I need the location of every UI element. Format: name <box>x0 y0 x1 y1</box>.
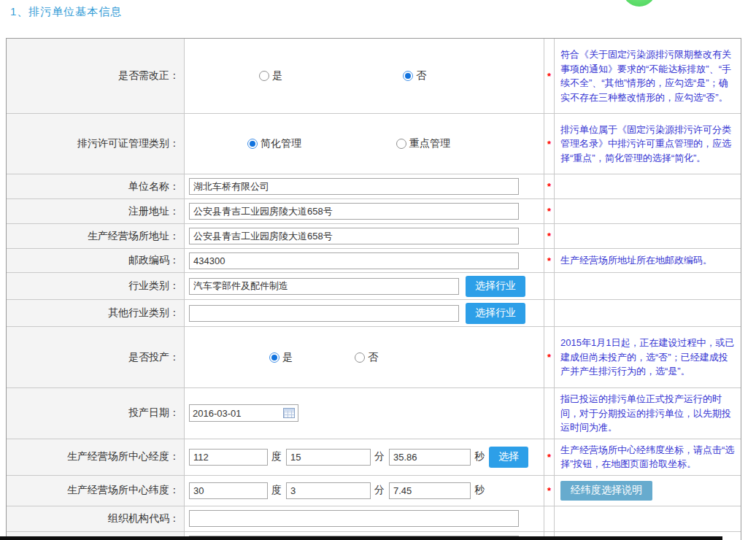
row-mgmt-category-options: 简化管理 重点管理 <box>185 114 544 174</box>
radio-icon[interactable] <box>396 139 406 149</box>
empty-note <box>555 506 741 531</box>
row-correction: 是否需改正： 是 否 * 符合《关于固定污染源排污限期整改有关事项的通知》要求的… <box>7 39 741 114</box>
longitude-second-input[interactable] <box>389 449 471 466</box>
empty-star <box>544 388 555 439</box>
degree-unit-label: 度 <box>271 450 282 463</box>
row-unit-name-label: 单位名称： <box>7 174 185 198</box>
postal-code-input[interactable] <box>189 252 519 269</box>
row-in-production: 是否投产： 是 否 * 2015年1月1日起，正在建设过程中，或已建成但尚未投产… <box>7 327 741 388</box>
required-asterisk: * <box>544 174 555 198</box>
empty-note <box>555 199 741 223</box>
minute-unit-label: 分 <box>374 450 385 463</box>
row-other-industry: 其他行业类别： 选择行业 <box>7 300 741 327</box>
production-option-yes[interactable]: 是 <box>269 351 293 364</box>
page: 1、排污单位基本信息 是否需改正： 是 否 * 符合《关于固定污染源排污限期整改… <box>0 0 756 540</box>
org-code-input[interactable] <box>189 510 519 527</box>
other-industry-input[interactable] <box>189 305 459 322</box>
page-title: 1、排污单位基本信息 <box>10 5 122 19</box>
reg-address-input[interactable] <box>189 203 519 220</box>
required-asterisk: * <box>544 199 555 223</box>
empty-note <box>555 300 741 326</box>
required-asterisk: * <box>544 39 555 113</box>
row-org-code: 组织机构代码： <box>7 506 741 532</box>
radio-label: 否 <box>416 69 426 82</box>
row-longitude: 生产经营场所中心经度： 度 分 秒 选择 * 生产经营场所中心经纬度坐标，请点击… <box>7 439 741 476</box>
mgmt-option-simplified[interactable]: 简化管理 <box>247 137 301 150</box>
production-date-input[interactable]: 2016-03-01 <box>189 404 298 422</box>
select-other-industry-button[interactable]: 选择行业 <box>466 303 525 324</box>
correction-option-no[interactable]: 否 <box>403 69 426 82</box>
required-asterisk: * <box>544 249 555 272</box>
production-date-value: 2016-03-01 <box>193 408 242 419</box>
row-mgmt-category-label: 排污许可证管理类别： <box>7 114 185 174</box>
radio-icon[interactable] <box>247 139 258 149</box>
row-postal-code-note: 生产经营场所地址所在地邮政编码。 <box>555 249 741 272</box>
row-production-date-note: 指已投运的排污单位正式投产运行的时间，对于分期投运的排污单位，以先期投运时间为准… <box>555 388 741 439</box>
empty-note <box>555 224 741 248</box>
row-biz-address-label: 生产经营场所地址： <box>7 224 185 248</box>
row-correction-note: 符合《关于固定污染源排污限期整改有关事项的通知》要求的“不能达标排放”、“手续不… <box>555 39 741 113</box>
row-org-code-label: 组织机构代码： <box>7 506 185 531</box>
row-in-production-label: 是否投产： <box>7 327 185 387</box>
unit-name-input[interactable] <box>189 178 519 195</box>
radio-icon[interactable] <box>269 352 279 363</box>
row-postal-code: 邮政编码： * 生产经营场所地址所在地邮政编码。 <box>7 249 741 273</box>
row-correction-options: 是 否 <box>185 39 544 113</box>
required-asterisk: * <box>544 327 555 387</box>
row-production-date-label: 投产日期： <box>7 388 185 439</box>
minute-unit-label: 分 <box>374 484 385 497</box>
correction-option-yes[interactable]: 是 <box>259 69 282 82</box>
row-longitude-note: 生产经营场所中心经纬度坐标，请点击“选择”按钮，在地图页面拾取坐标。 <box>555 439 741 475</box>
row-industry-label: 行业类别： <box>7 273 185 299</box>
empty-note <box>555 174 741 198</box>
required-asterisk: * <box>544 114 555 174</box>
row-mgmt-category: 排污许可证管理类别： 简化管理 重点管理 * 排污单位属于《固定污染源排污许可分… <box>7 114 741 174</box>
degree-unit-label: 度 <box>271 484 282 497</box>
biz-address-input[interactable] <box>189 228 519 244</box>
latitude-minute-input[interactable] <box>286 482 371 499</box>
radio-icon[interactable] <box>403 71 413 81</box>
longitude-degree-input[interactable] <box>189 449 268 466</box>
row-latitude-label: 生产经营场所中心纬度： <box>7 476 185 506</box>
pick-coordinates-button[interactable]: 选择 <box>489 447 528 468</box>
radio-label: 简化管理 <box>261 137 301 150</box>
row-latitude: 生产经营场所中心纬度： 度 分 秒 * 经纬度选择说明 <box>7 476 741 506</box>
floating-green-button[interactable] <box>622 0 656 7</box>
empty-star <box>544 506 555 531</box>
empty-star <box>544 273 555 299</box>
row-industry: 行业类别： 选择行业 <box>7 273 741 300</box>
row-unit-name: 单位名称： * <box>7 174 741 199</box>
radio-label: 是 <box>282 351 293 364</box>
select-industry-button[interactable]: 选择行业 <box>466 276 525 297</box>
row-in-production-note: 2015年1月1日起，正在建设过程中，或已建成但尚未投产的，选“否”；已经建成投… <box>555 327 741 387</box>
production-option-no[interactable]: 否 <box>355 351 378 364</box>
row-postal-code-label: 邮政编码： <box>7 249 185 272</box>
radio-icon[interactable] <box>259 71 269 81</box>
row-production-date: 投产日期： 2016-03-01 指已投运的排污单位正式投产运行的时间，对于分期… <box>7 388 741 439</box>
radio-label: 否 <box>368 351 378 364</box>
longitude-minute-input[interactable] <box>286 449 371 466</box>
second-unit-label: 秒 <box>474 484 485 497</box>
mgmt-option-key[interactable]: 重点管理 <box>396 137 450 150</box>
row-reg-address-label: 注册地址： <box>7 199 185 223</box>
radio-icon[interactable] <box>355 352 365 363</box>
industry-input[interactable] <box>189 278 459 295</box>
radio-label: 是 <box>272 69 282 82</box>
latitude-degree-input[interactable] <box>189 482 268 499</box>
required-asterisk: * <box>544 439 555 475</box>
second-unit-label: 秒 <box>474 450 485 463</box>
empty-note <box>555 273 741 299</box>
required-asterisk: * <box>544 224 555 248</box>
row-mgmt-category-note: 排污单位属于《固定污染源排污许可分类管理名录》中排污许可重点管理的，应选择“重点… <box>555 114 741 174</box>
row-in-production-options: 是 否 <box>185 327 544 387</box>
coordinates-help-button[interactable]: 经纬度选择说明 <box>560 481 652 501</box>
empty-star <box>544 300 555 326</box>
row-correction-label: 是否需改正： <box>7 39 185 113</box>
calendar-icon[interactable] <box>283 408 295 418</box>
row-other-industry-label: 其他行业类别： <box>7 300 185 326</box>
basic-info-form: 是否需改正： 是 否 * 符合《关于固定污染源排污限期整改有关事项的通知》要求的… <box>6 38 741 540</box>
latitude-second-input[interactable] <box>389 482 471 499</box>
row-longitude-label: 生产经营场所中心经度： <box>7 439 185 475</box>
bottom-window-edge <box>0 536 722 540</box>
row-biz-address: 生产经营场所地址： * <box>7 224 741 249</box>
